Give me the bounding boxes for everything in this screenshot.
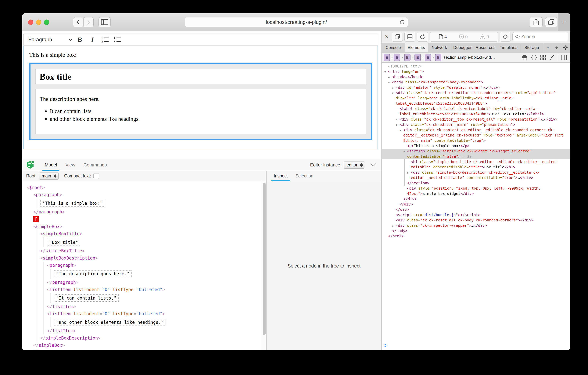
dock-bottom-button[interactable] xyxy=(404,32,415,42)
dom-tree-node[interactable]: <h1 class="simple-box-title ck-editor__e… xyxy=(382,159,570,170)
devtools-tab-console[interactable]: Console xyxy=(382,43,405,52)
dom-tree-node[interactable]: </div> xyxy=(382,207,570,212)
minimize-window-button[interactable] xyxy=(36,20,41,25)
details-sidebar-toggle-icon[interactable] xyxy=(561,55,567,60)
dom-tree-node[interactable]: ▶<div class="ck-inspector-wrapper">…</di… xyxy=(382,223,570,228)
close-window-button[interactable] xyxy=(28,20,33,25)
devtools-tab-storage[interactable]: Storage xyxy=(520,43,543,52)
dom-tree-node[interactable]: <script src="dist/bundle.js"></script> xyxy=(382,212,570,218)
dom-tree-node[interactable]: ▶<div class="ck ck-editor__top ck-reset_… xyxy=(382,117,570,122)
scrollbar-thumb[interactable] xyxy=(263,183,266,335)
model-element-close-tag[interactable]: </simpleBoxTitle> xyxy=(40,247,266,254)
dom-tree-node[interactable]: ▼<body class="ck-inspector-body-expanded… xyxy=(382,80,570,85)
bold-button[interactable]: B xyxy=(74,35,85,44)
devtools-search-field[interactable]: Search xyxy=(512,32,568,41)
devtools-tab-network[interactable]: Network xyxy=(428,43,451,52)
box-bullet-list[interactable]: It can contain lists,and other block ele… xyxy=(40,108,362,122)
code-brackets-icon[interactable] xyxy=(531,55,537,60)
disclosure-closed-icon[interactable]: ▶ xyxy=(392,223,393,229)
model-element-open-tag[interactable]: <paragraph> xyxy=(33,191,266,198)
model-element-open-tag[interactable]: <$root> xyxy=(27,184,266,191)
breadcrumb-element-badge[interactable]: E xyxy=(425,54,431,61)
dom-tree-node[interactable]: </body> xyxy=(382,228,570,233)
compact-text-checkbox[interactable] xyxy=(93,173,99,179)
dom-tree-node[interactable]: ▼<div class="ck ck-editor__main" role="p… xyxy=(382,122,570,127)
inspector-tab-view[interactable]: View xyxy=(61,159,79,171)
url-field[interactable]: localhost/creating-a-plugin/ xyxy=(185,17,408,27)
model-text-node[interactable]: "This is a simple box:" xyxy=(40,198,266,208)
devtools-tab-overflow[interactable]: » xyxy=(543,43,552,52)
disclosure-closed-icon[interactable]: ▶ xyxy=(407,170,409,175)
disclosure-open-icon[interactable]: ▼ xyxy=(392,90,393,96)
model-text-node[interactable]: "Box title" xyxy=(47,237,266,247)
disclosure-open-icon[interactable]: ▼ xyxy=(403,149,405,154)
disclosure-closed-icon[interactable]: ▶ xyxy=(396,117,397,122)
model-element-open-tag[interactable]: <listItem listIndent="0" listType="bulle… xyxy=(47,310,266,317)
model-element-close-tag[interactable]: </listItem> xyxy=(47,327,266,334)
resource-issues-group[interactable]: 4 0 0 xyxy=(430,32,498,42)
box-list-item[interactable]: and other block elements like headings. xyxy=(50,116,362,122)
dom-tree-node[interactable]: ▶<head>…</head> xyxy=(382,74,570,80)
forward-button[interactable] xyxy=(83,17,94,27)
dom-tree-node[interactable]: ▼<html lang="en"> xyxy=(382,69,570,74)
model-element-open-tag[interactable]: <simpleBox> xyxy=(33,223,266,230)
console-prompt-row[interactable]: > xyxy=(382,341,570,350)
breadcrumb-current[interactable]: section.simple-box.ck-wid… xyxy=(443,55,495,60)
model-element-close-tag[interactable]: </simpleBox> xyxy=(33,342,266,349)
simple-box-widget[interactable]: Box title The description goes here. It … xyxy=(29,63,372,140)
new-tab-button[interactable]: + xyxy=(558,13,570,31)
model-text-node[interactable]: "and other block elements like headings.… xyxy=(54,317,266,327)
dom-tree-node[interactable]: ▶<div class="simple-box-description ck-e… xyxy=(382,170,570,180)
dom-tree-node[interactable]: <p>This is a simple box:</p> xyxy=(382,143,570,149)
model-element-close-tag[interactable]: </paragraph> xyxy=(47,279,266,286)
dom-tree-node[interactable]: <!DOCTYPE html> xyxy=(382,64,570,69)
back-button[interactable] xyxy=(73,17,83,27)
model-element-close-tag[interactable]: </paragraph> xyxy=(33,208,266,215)
model-element-open-tag[interactable]: <listItem listIndent="0" listType="bulle… xyxy=(47,286,266,293)
reload-icon[interactable] xyxy=(399,19,405,25)
simple-box-title-area[interactable]: Box title xyxy=(35,69,366,84)
breadcrumb-element-badge[interactable]: E xyxy=(404,54,410,61)
devtools-tab-timelines[interactable]: Timelines xyxy=(497,43,520,52)
breadcrumb-element-badge[interactable]: E xyxy=(435,54,441,61)
dom-tree-node[interactable]: ▼<section class="simple-box ck-widget ck… xyxy=(382,149,570,159)
breadcrumb-element-badge[interactable]: E xyxy=(384,54,390,61)
box-description-paragraph[interactable]: The description goes here. xyxy=(40,96,362,102)
element-picker-button[interactable] xyxy=(500,32,511,42)
simple-box-description-area[interactable]: The description goes here. It can contai… xyxy=(35,89,366,134)
breadcrumb-element-badge[interactable]: E xyxy=(394,54,400,61)
intro-paragraph[interactable]: This is a simple box: xyxy=(29,52,372,58)
devtools-tab-add[interactable]: + xyxy=(552,43,561,52)
italic-button[interactable]: I xyxy=(87,35,98,44)
devtools-reload-button[interactable] xyxy=(417,32,428,42)
inspector-collapse-button[interactable] xyxy=(370,163,377,167)
model-element-open-tag[interactable]: <simpleBoxDescription> xyxy=(40,254,266,262)
detach-button[interactable] xyxy=(392,32,403,42)
devtools-close-button[interactable]: ✕ xyxy=(384,34,390,40)
inspect-pane-tab-selection[interactable]: Selection xyxy=(292,171,317,181)
inspector-tab-model[interactable]: Model xyxy=(41,159,61,171)
devtools-settings-tab[interactable] xyxy=(561,43,570,52)
dom-tree-node[interactable]: <div style="position: fixed; top: 0px; l… xyxy=(382,186,570,196)
dom-tree-node[interactable]: ▼<div class="ck ck-content ck-editor__ed… xyxy=(382,127,570,143)
print-icon[interactable] xyxy=(522,55,528,60)
tab-overview-button[interactable] xyxy=(545,17,557,27)
dom-tree-node[interactable]: </html> xyxy=(382,233,570,239)
zoom-window-button[interactable] xyxy=(44,20,49,25)
model-element-close-tag[interactable]: </listItem> xyxy=(47,303,266,310)
disclosure-closed-icon[interactable]: ▶ xyxy=(392,85,393,90)
inspect-pane-tab-inspect[interactable]: Inspect xyxy=(270,171,292,181)
root-select[interactable]: main xyxy=(39,173,59,179)
devtools-tab-debugger[interactable]: Debugger xyxy=(451,43,474,52)
editor-editable-area[interactable]: This is a simple box: Box title The desc… xyxy=(23,46,378,149)
model-text-node[interactable]: "It can contain lists," xyxy=(54,293,266,303)
disclosure-open-icon[interactable]: ▼ xyxy=(388,80,390,85)
grid-icon[interactable] xyxy=(540,55,546,60)
box-title-heading[interactable]: Box title xyxy=(40,71,362,82)
styles-brush-icon[interactable] xyxy=(549,55,555,60)
dom-tree-node[interactable]: </section> xyxy=(382,180,570,186)
dom-tree-node[interactable]: <label class="ck ck-label ck-voice-label… xyxy=(382,106,570,117)
sidebar-toggle-button[interactable] xyxy=(98,17,111,27)
breadcrumb-element-badge[interactable]: E xyxy=(414,54,421,61)
inspector-tab-commands[interactable]: Commands xyxy=(79,159,111,171)
